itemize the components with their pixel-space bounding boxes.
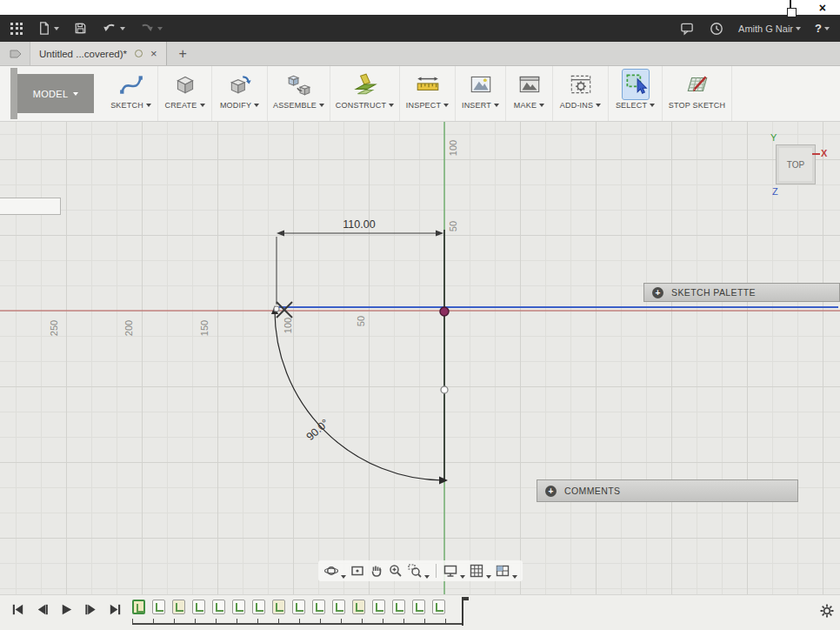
pan-hand-icon	[369, 563, 384, 579]
zoom-button[interactable]	[388, 563, 403, 579]
orbit-button[interactable]	[323, 563, 346, 579]
display-settings-button[interactable]	[443, 563, 465, 579]
toolbar-sketch-button[interactable]: SKETCH	[104, 66, 158, 121]
help-menu-button[interactable]: ?	[815, 22, 830, 35]
toolbar-make-button[interactable]: MAKE	[506, 66, 553, 121]
construct-icon	[352, 71, 378, 97]
viewcube[interactable]: Y TOP X Z	[769, 134, 840, 200]
timeline-settings-button[interactable]	[819, 603, 835, 619]
job-status-button[interactable]	[709, 21, 724, 37]
toolbar-modify-button[interactable]: MODIFY	[212, 66, 268, 121]
timeline-feature-icon[interactable]	[432, 600, 445, 614]
timeline-feature-icon[interactable]	[192, 600, 205, 614]
close-button[interactable]: ×	[819, 0, 826, 16]
sketch-point-left[interactable]	[274, 306, 279, 312]
sketch-point-mid[interactable]	[441, 386, 448, 393]
dropdown-caret-icon	[319, 104, 324, 107]
tab-status-icon	[135, 50, 143, 57]
dimension-value-linear[interactable]: 110.00	[343, 218, 375, 231]
toolbar-construct-button[interactable]: CONSTRUCT	[330, 66, 400, 121]
create-icon	[172, 71, 198, 97]
window-zoom-button[interactable]	[407, 563, 430, 579]
dropdown-caret-icon	[824, 27, 830, 30]
canvas-viewport[interactable]: 110.00 90.0° 250 200 150 100 50 100 50 Y…	[0, 122, 840, 594]
timeline-feature-icon[interactable]	[152, 600, 165, 614]
viewports-button[interactable]	[495, 563, 517, 579]
step-back-button[interactable]	[35, 602, 50, 617]
sketch-point-selected[interactable]	[440, 307, 449, 316]
angle-arrow-top	[271, 305, 278, 314]
collaboration-button[interactable]	[679, 21, 695, 36]
timeline-feature-icon[interactable]	[132, 600, 145, 614]
app-menu-button[interactable]	[10, 23, 23, 35]
grid-label-x: 50	[356, 316, 366, 326]
help-label: ?	[815, 22, 822, 35]
save-button[interactable]	[73, 21, 88, 36]
dimension-value-angle[interactable]: 90.0°	[304, 417, 331, 443]
toolbar-stop-sketch-button[interactable]: STOP SKETCH	[663, 66, 732, 121]
timeline-feature-icon[interactable]	[412, 600, 425, 614]
skip-to-end-button[interactable]	[108, 602, 123, 617]
comments-panel-header[interactable]: + COMMENTS	[537, 479, 798, 502]
timeline-feature-icon[interactable]	[312, 600, 325, 614]
window-titlebar: ×	[0, 0, 840, 15]
angle-arrow-bottom	[439, 477, 448, 485]
toolbar-addins-button[interactable]: ADD-INS	[553, 66, 609, 121]
timeline-feature-icon[interactable]	[172, 600, 185, 614]
timeline-feature-icon[interactable]	[372, 600, 385, 614]
workspace-switcher-button[interactable]: MODEL	[17, 74, 94, 113]
grid-label-x: 250	[49, 320, 59, 336]
timeline-feature-icon[interactable]	[272, 600, 285, 614]
timeline-position-marker[interactable]	[462, 597, 463, 626]
addins-icon	[568, 71, 594, 97]
new-tab-button[interactable]: +	[179, 46, 187, 62]
toolbar-separator	[436, 564, 437, 578]
timeline-feature-icon[interactable]	[232, 600, 245, 614]
skip-to-start-button[interactable]	[10, 602, 25, 617]
expand-icon[interactable]: +	[652, 287, 663, 298]
timeline-feature-icon[interactable]	[392, 600, 405, 614]
dimension-arrow-left	[277, 231, 284, 237]
file-icon	[37, 21, 51, 36]
assemble-icon	[286, 71, 312, 97]
viewcube-top-face[interactable]: TOP	[776, 144, 816, 184]
timeline-feature-icon[interactable]	[212, 600, 225, 614]
timeline-feature-list	[132, 600, 445, 614]
grid-label-y: 50	[448, 221, 458, 231]
angle-dimension-arc	[275, 311, 444, 480]
workspace-grip	[10, 68, 17, 119]
dimension-arrow-right	[436, 231, 443, 237]
toolbar-inspect-button[interactable]: INSPECT	[400, 66, 456, 121]
grid-snap-button[interactable]	[469, 563, 491, 579]
file-menu-button[interactable]	[37, 21, 59, 36]
grid-label-x: 150	[199, 320, 210, 336]
dropdown-caret-icon	[146, 104, 151, 107]
redo-button[interactable]	[139, 21, 163, 36]
dropdown-caret-icon	[424, 575, 430, 579]
step-forward-button[interactable]	[83, 602, 98, 617]
timeline-feature-icon[interactable]	[352, 600, 365, 614]
application-toolbar: Amith G Nair ?	[0, 15, 840, 42]
cursor-x-marker	[277, 302, 292, 318]
browser-panel-collapsed[interactable]	[0, 198, 61, 215]
sketch-palette-header[interactable]: + SKETCH PALETTE	[643, 283, 840, 302]
toolbar-insert-button[interactable]: INSERT	[456, 66, 506, 121]
play-button[interactable]	[59, 602, 74, 617]
document-tag-icon[interactable]	[9, 47, 23, 61]
timeline-feature-icon[interactable]	[332, 600, 345, 614]
tab-close-button[interactable]: ×	[150, 48, 157, 59]
timeline-feature-icon[interactable]	[292, 600, 305, 614]
toolbar-create-button[interactable]: CREATE	[158, 66, 212, 121]
toolbar-select-button[interactable]: SELECT	[609, 66, 663, 121]
toolbar-assemble-button[interactable]: ASSEMBLE	[268, 66, 330, 121]
dropdown-caret-icon	[443, 104, 449, 107]
expand-icon[interactable]: +	[545, 486, 557, 497]
undo-button[interactable]	[102, 21, 125, 36]
document-tab[interactable]: Untitled ...covered)* ×	[30, 42, 167, 65]
cursor-x-marker	[277, 302, 292, 318]
restore-button[interactable]	[790, 0, 791, 16]
pan-button[interactable]	[369, 563, 384, 579]
account-menu-button[interactable]: Amith G Nair	[738, 23, 801, 34]
timeline-feature-icon[interactable]	[252, 600, 265, 614]
look-at-button[interactable]	[350, 563, 365, 579]
